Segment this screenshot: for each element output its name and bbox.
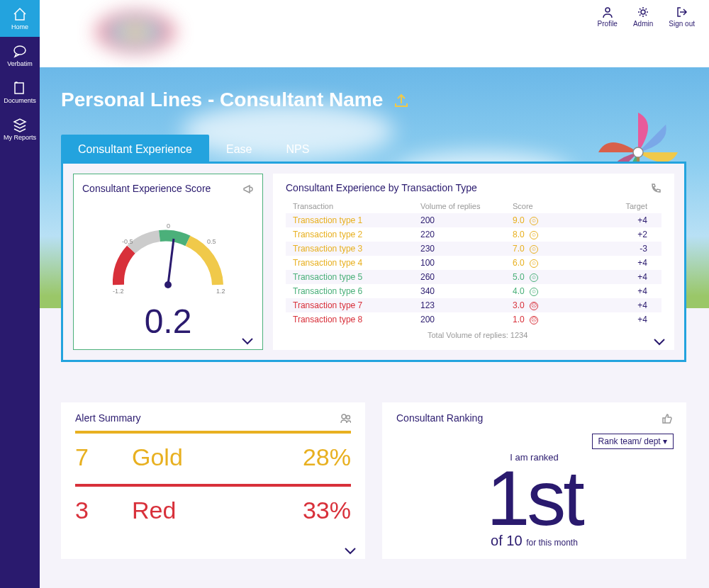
tx-name: Transaction type 7 (286, 300, 420, 310)
tx-vol: 230 (420, 244, 513, 254)
phone-icon[interactable] (650, 182, 661, 193)
svg-text:0.5: 0.5 (207, 238, 216, 245)
profile-button[interactable]: Profile (598, 6, 618, 28)
svg-point-12 (342, 414, 346, 419)
upload-icon[interactable] (393, 92, 409, 108)
top-action-label: Profile (598, 20, 618, 28)
tx-score: 3.0 ☹ (513, 300, 584, 310)
rank-sub: of 10 for this month (396, 533, 672, 549)
sidebar-item-documents[interactable]: Documents (0, 74, 40, 111)
expand-gauge[interactable] (241, 335, 254, 344)
tx-name: Transaction type 2 (286, 230, 420, 239)
people-icon[interactable] (340, 412, 351, 424)
sidebar: Home Verbatim Documents My Reports (0, 0, 40, 588)
chevron-down-icon (653, 337, 666, 346)
tx-target: +4 (584, 258, 661, 268)
tx-target: +4 (584, 286, 661, 296)
alert-red-pct: 33% (303, 497, 351, 524)
tab-label: Consultant Experience (78, 143, 192, 155)
topbar: Profile Admin Sign out (40, 0, 709, 67)
table-row[interactable]: Transaction type 32307.0 ☺-3 (286, 242, 661, 256)
table-row[interactable]: Transaction type 41006.0 ☺+4 (286, 256, 661, 270)
th-transaction: Transaction (286, 202, 420, 210)
tab-nps[interactable]: NPS (269, 135, 326, 164)
alert-red-count: 3 (75, 497, 132, 524)
tx-score: 4.0 ☺ (513, 286, 584, 296)
top-action-label: Admin (633, 20, 653, 28)
svg-text:-1.2: -1.2 (113, 288, 124, 295)
rank-selector[interactable]: Rank team/ dept ▾ (592, 434, 674, 449)
stack-icon (12, 117, 28, 132)
admin-button[interactable]: Admin (633, 6, 653, 28)
tx-score: 8.0 ☺ (513, 230, 584, 239)
tab-label: Ease (226, 143, 252, 155)
alert-summary-card: Alert Summary 7 Gold 28% 3 Red 33% (61, 402, 365, 559)
svg-point-3 (633, 147, 643, 157)
tx-vol: 123 (420, 300, 513, 310)
tx-vol: 200 (420, 315, 513, 324)
table-row[interactable]: Transaction type 22208.0 ☺+2 (286, 227, 661, 242)
user-icon (601, 6, 614, 18)
tx-score: 6.0 ☺ (513, 258, 584, 268)
logo (89, 7, 182, 57)
gauge-chart: -1.2 -0.5 0 0.5 1.2 (82, 200, 254, 306)
tx-vol: 260 (420, 272, 513, 282)
tx-target: -3 (584, 244, 661, 254)
tx-vol: 100 (420, 258, 513, 268)
sidebar-item-label: My Reports (4, 134, 36, 141)
svg-point-11 (164, 281, 172, 288)
alert-red-label: Red (132, 497, 303, 524)
svg-point-0 (14, 46, 26, 55)
svg-text:-0.5: -0.5 (122, 238, 133, 245)
tx-name: Transaction type 5 (286, 272, 420, 282)
svg-point-2 (641, 10, 645, 14)
tx-vol: 200 (420, 215, 513, 225)
sidebar-item-my-reports[interactable]: My Reports (0, 111, 40, 147)
sidebar-item-label: Documents (4, 97, 36, 104)
expand-tx[interactable] (653, 336, 666, 344)
ranking-card: Consultant Ranking Rank team/ dept ▾ I a… (382, 402, 686, 559)
signout-button[interactable]: Sign out (669, 6, 695, 28)
sidebar-item-home[interactable]: Home (0, 0, 40, 37)
svg-text:1.2: 1.2 (216, 288, 225, 295)
expand-alerts[interactable] (344, 545, 357, 553)
thumbs-up-icon[interactable] (661, 412, 672, 424)
tx-name: Transaction type 4 (286, 258, 420, 268)
tx-score: 7.0 ☺ (513, 244, 584, 254)
table-row[interactable]: Transaction type 52605.0 ☺+4 (286, 270, 661, 284)
tx-target: +4 (584, 300, 661, 310)
tx-vol: 220 (420, 230, 513, 239)
alert-gold-label: Gold (132, 443, 303, 471)
chevron-down-icon (241, 337, 254, 345)
th-target: Target (584, 202, 661, 210)
chat-icon (12, 43, 28, 59)
tx-table: Transaction Volume of replies Score Targ… (286, 199, 661, 339)
tab-label: NPS (286, 143, 309, 155)
alert-title: Alert Summary (75, 412, 141, 424)
tx-total: Total Volume of replies: 1234 (286, 331, 661, 339)
sidebar-item-verbatim[interactable]: Verbatim (0, 37, 40, 74)
tx-name: Transaction type 3 (286, 244, 420, 254)
gauge-card: Consultant Experience Score -1.2 -0.5 0 … (73, 174, 263, 350)
svg-line-10 (168, 239, 174, 285)
megaphone-icon[interactable] (242, 183, 254, 194)
alert-gold: 7 Gold 28% (75, 431, 351, 484)
gauge-value: 0.2 (82, 302, 254, 341)
tx-target: +4 (584, 315, 661, 324)
signout-icon (676, 6, 688, 18)
table-row[interactable]: Transaction type 82001.0 ☹+4 (286, 312, 661, 327)
lower-row: Alert Summary 7 Gold 28% 3 Red 33% Consu… (61, 402, 686, 559)
transaction-card: Consultant Experience by Transaction Typ… (273, 174, 674, 350)
tab-ease[interactable]: Ease (209, 135, 269, 164)
table-row[interactable]: Transaction type 71233.0 ☹+4 (286, 298, 661, 312)
chevron-down-icon (344, 546, 357, 555)
top-action-label: Sign out (669, 20, 695, 28)
tab-consultant-experience[interactable]: Consultant Experience (61, 135, 209, 164)
table-row[interactable]: Transaction type 12009.0 ☺+4 (286, 213, 661, 227)
tx-name: Transaction type 8 (286, 315, 420, 324)
alert-gold-pct: 28% (303, 443, 351, 471)
gear-icon (637, 6, 649, 18)
alert-red: 3 Red 33% (75, 484, 351, 537)
tx-score: 5.0 ☺ (513, 272, 584, 282)
table-row[interactable]: Transaction type 63404.0 ☺+4 (286, 284, 661, 298)
